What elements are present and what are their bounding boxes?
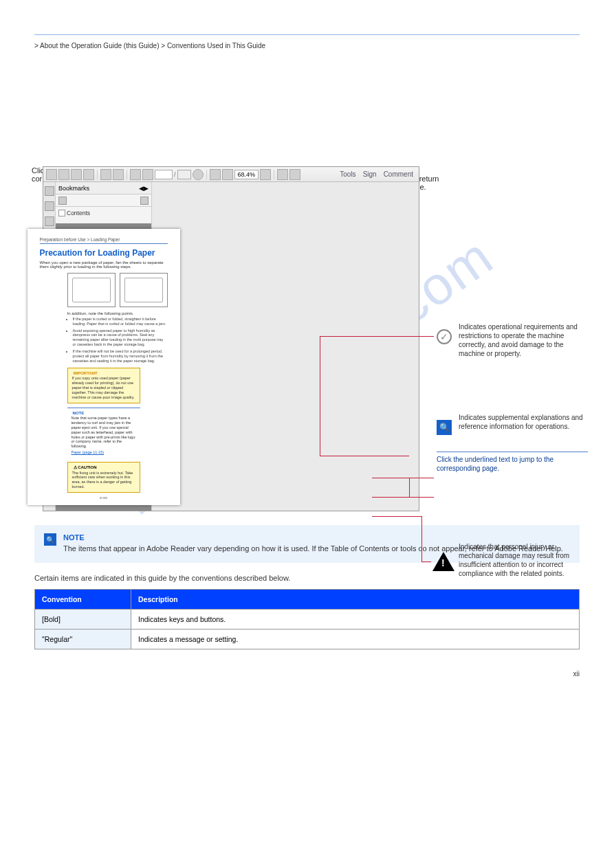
important-box: IMPORTANT If you copy onto used paper (p… (67, 368, 140, 403)
page-number: xii (34, 670, 580, 678)
pdf-bullets: If the paper is curled or folded, straig… (73, 317, 168, 364)
drop-icon[interactable] (289, 169, 300, 180)
bookmarks-list: Contents (56, 207, 151, 223)
tb-print2-icon[interactable] (100, 169, 111, 180)
callout-caution-text: Indicates that personal injury or mechan… (459, 542, 589, 578)
tools-link[interactable]: Tools (337, 170, 358, 178)
pdf-pagenum: x-xx (100, 496, 107, 500)
caution-box: ⚠ CAUTION The fixing unit is extremely h… (67, 462, 140, 493)
cell-conv: "Regular" (35, 630, 131, 649)
refer-icon: 🔍 (437, 420, 452, 435)
pdf-breadcrumb: Preparation before Use > Loading Paper (40, 237, 168, 244)
bullet: Avoid exposing opened paper to high humi… (73, 329, 168, 348)
pdf-intro: When you open a new package of paper, fa… (40, 260, 168, 269)
callout-important-text: Indicates operational requirements and r… (459, 322, 589, 358)
note-block-icon: 🔍 (44, 533, 56, 546)
zoom-level[interactable]: 68.4% (234, 170, 259, 179)
tb-mail-icon[interactable] (113, 169, 124, 180)
fit-icon[interactable] (277, 169, 288, 180)
callout-important: ✓ (437, 329, 452, 344)
th-convention: Convention (35, 590, 131, 610)
page-header: > About the Operation Guide (this Guide)… (34, 42, 580, 49)
tb-up-icon[interactable] (130, 169, 141, 180)
note-box: NOTE Note that some paper types have a t… (67, 408, 140, 458)
back-button-icon[interactable] (193, 169, 204, 180)
pdf-viewer: / 68.4% Tools Sign Comment (43, 166, 419, 511)
cell-conv: [Bold] (35, 610, 131, 630)
callout-note-text: Indicates supplemental explanations and … (459, 413, 589, 431)
zoom-drop-icon[interactable] (260, 169, 271, 180)
tb-save-icon[interactable] (58, 169, 69, 180)
callout-caution (432, 552, 454, 571)
header-left: > About the Operation Guide (this Guide)… (34, 42, 265, 49)
warning-icon (432, 552, 454, 571)
illust-tap (120, 273, 168, 307)
table-row: [Bold] Indicates keys and buttons. (35, 610, 580, 630)
table-row: "Regular" Indicates a message or setting… (35, 630, 580, 649)
cell-desc: Indicates keys and buttons. (131, 610, 580, 630)
pdf-illustrations (40, 273, 168, 307)
pdf-page: Preparation before Use > Loading Paper P… (28, 229, 180, 505)
bookmarks-tools (56, 194, 151, 207)
top-rule (34, 34, 580, 35)
bullet: If the paper is curled or folded, straig… (73, 317, 168, 326)
diagram: Click an item in the Table of Contents t… (34, 166, 580, 678)
caution-label: ⚠ CAUTION (72, 465, 98, 471)
th-description: Description (131, 590, 580, 610)
pdf-addition: In addition, note the following points. (67, 311, 168, 315)
pdf-toolbar: / 68.4% Tools Sign Comment (43, 167, 419, 182)
bm-nav-icons[interactable]: ◀▶ (139, 185, 149, 192)
tb-print-icon[interactable] (71, 169, 82, 180)
pdf-title: Precaution for Loading Paper (40, 248, 168, 258)
tb-open-icon[interactable] (46, 169, 57, 180)
bookmarks-title: Bookmarks (58, 185, 89, 192)
zoom-in-icon[interactable] (222, 169, 233, 180)
note-link[interactable]: Paper (page 11-15) (72, 450, 136, 455)
attach-icon[interactable] (45, 216, 54, 226)
sign-link[interactable]: Sign (360, 170, 380, 178)
zoom-out-icon[interactable] (210, 169, 221, 180)
comment-link[interactable]: Comment (381, 170, 416, 178)
note-text: Note that some paper types have a tenden… (72, 416, 136, 449)
caution-text: The fixing unit is extremely hot. Take s… (72, 471, 135, 490)
important-label: IMPORTANT (72, 371, 99, 377)
note-label: NOTE (72, 411, 86, 416)
tb-down-icon[interactable] (142, 169, 153, 180)
note-block-label: NOTE (63, 533, 563, 542)
bullet: If the machine will not be used for a pr… (73, 349, 168, 364)
important-text: If you copy onto used paper (paper alrea… (72, 376, 135, 399)
pdf-doc-area: Preparation before Use > Loading Paper P… (56, 223, 151, 511)
bm-item[interactable]: Contents (57, 208, 150, 217)
page-input[interactable] (155, 170, 173, 179)
tb-email-icon[interactable] (83, 169, 94, 180)
conventions-table: Convention Description [Bold] Indicates … (34, 589, 580, 649)
thumbnails-icon[interactable] (45, 186, 54, 196)
check-icon: ✓ (437, 329, 452, 344)
page-total (177, 170, 191, 179)
bookmarks-header: Bookmarks ◀▶ (56, 182, 151, 194)
cell-desc: Indicates a message or setting. (131, 630, 580, 649)
callout-link-text: Click the underlined text to jump to the… (437, 452, 588, 473)
bm-new-icon[interactable] (140, 197, 149, 205)
bookmarks-icon[interactable] (45, 201, 54, 211)
illust-fan (67, 273, 116, 307)
bm-options-icon[interactable] (58, 197, 67, 205)
bookmarks-panel: Bookmarks ◀▶ Contents Preparation before… (56, 182, 152, 511)
callout-note: 🔍 (437, 420, 452, 435)
